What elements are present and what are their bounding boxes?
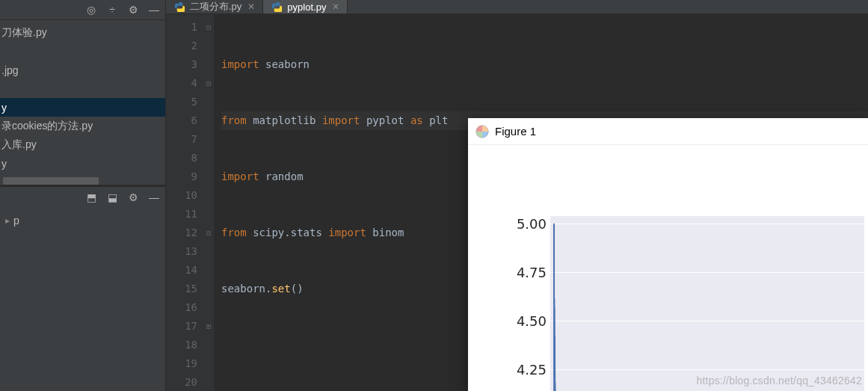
tab-file[interactable]: 二项分布.py ✕ bbox=[166, 0, 263, 13]
file-list: 刀体验.py .jpg y 录cookies的方法.py 入库.py y bbox=[0, 20, 165, 173]
sort-top-icon[interactable]: ⬒ bbox=[83, 189, 99, 206]
figure-window[interactable]: Figure 1 5.00 4.75 4.50 4.25 bbox=[468, 118, 868, 391]
matplotlib-icon bbox=[475, 125, 489, 138]
sidebar-scrollbar[interactable] bbox=[3, 177, 162, 185]
line-series bbox=[550, 216, 864, 391]
python-icon bbox=[271, 1, 283, 13]
python-icon bbox=[173, 1, 185, 13]
structure-toolbar: ⬒ ⬓ ⚙ — bbox=[0, 187, 165, 208]
plot-area: 5.00 4.75 4.50 4.25 bbox=[468, 145, 868, 391]
tab-bar: 二项分布.py ✕ pyplot.py ✕ bbox=[166, 0, 868, 14]
structure-item[interactable]: ▸p bbox=[0, 211, 165, 230]
project-sidebar: ◎ ÷ ⚙ — 刀体验.py .jpg y 录cookies的方法.py 入库.… bbox=[0, 0, 166, 391]
file-item[interactable]: y bbox=[0, 154, 165, 173]
file-item[interactable]: 入库.py bbox=[0, 135, 165, 154]
file-item[interactable]: y bbox=[0, 98, 165, 117]
close-icon[interactable]: ✕ bbox=[332, 1, 339, 12]
y-tick-label: 4.75 bbox=[505, 265, 547, 280]
sidebar-toolbar: ◎ ÷ ⚙ — bbox=[0, 0, 165, 20]
figure-title: Figure 1 bbox=[495, 125, 536, 138]
fold-gutter: ⊟⊟⊟⊞ bbox=[203, 14, 214, 391]
file-item[interactable] bbox=[0, 42, 165, 61]
gear-icon[interactable]: ⚙ bbox=[125, 1, 141, 18]
close-icon[interactable]: ✕ bbox=[247, 1, 255, 12]
file-item[interactable]: .jpg bbox=[0, 61, 165, 79]
figure-titlebar[interactable]: Figure 1 bbox=[468, 118, 868, 145]
hide-icon[interactable]: — bbox=[146, 189, 162, 206]
y-tick-label: 4.50 bbox=[505, 313, 547, 329]
chevron-right-icon: ▸ bbox=[1, 215, 13, 226]
line-gutter: 1234567891011121314151617181920 bbox=[166, 14, 203, 391]
tab-file[interactable]: pyplot.py ✕ bbox=[263, 0, 348, 13]
hide-icon[interactable]: — bbox=[146, 1, 162, 18]
y-tick-label: 5.00 bbox=[505, 216, 547, 232]
structure-item-label: p bbox=[13, 215, 19, 227]
tab-label: pyplot.py bbox=[287, 1, 326, 13]
structure-list: ▸p bbox=[0, 208, 165, 230]
gear-icon[interactable]: ⚙ bbox=[125, 189, 141, 206]
collapse-icon[interactable]: ÷ bbox=[104, 1, 120, 18]
watermark: https://blog.csdn.net/qq_43462642 bbox=[697, 375, 862, 387]
tab-label: 二项分布.py bbox=[190, 0, 241, 13]
target-icon[interactable]: ◎ bbox=[83, 1, 99, 18]
file-item[interactable]: 录cookies的方法.py bbox=[0, 117, 165, 135]
plot-axes bbox=[550, 216, 864, 391]
file-item[interactable]: 刀体验.py bbox=[0, 23, 165, 42]
file-item[interactable] bbox=[0, 79, 165, 98]
sort-bottom-icon[interactable]: ⬓ bbox=[104, 189, 120, 206]
y-tick-label: 4.25 bbox=[505, 362, 547, 378]
